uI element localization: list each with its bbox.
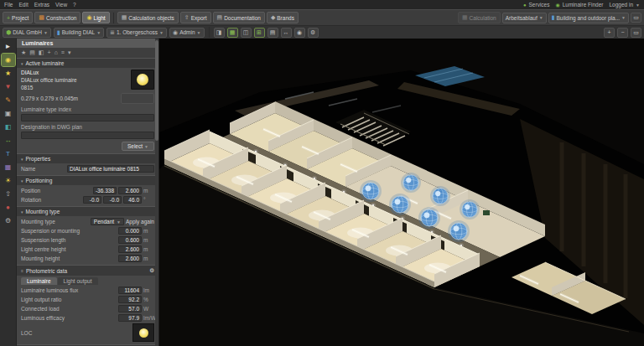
- tab-construction[interactable]: ▩Construction: [34, 12, 80, 23]
- scope-dropdown[interactable]: ▮Building and outdoor pla...▼: [548, 13, 629, 23]
- home-icon[interactable]: ⌂: [55, 49, 58, 56]
- screenshot-icon[interactable]: ▭: [631, 28, 641, 38]
- view-split-icon[interactable]: ◫: [241, 28, 252, 38]
- section-properties[interactable]: ▾Properties: [17, 153, 158, 163]
- view-settings-icon[interactable]: ⚙: [308, 28, 319, 38]
- section-photometric-data[interactable]: ≡Photometric data⚙: [17, 265, 158, 276]
- daylight-tool-icon[interactable]: ☀: [2, 174, 15, 187]
- section-active-luminaire[interactable]: ▾Active luminaire: [17, 58, 158, 68]
- measure-tool-icon[interactable]: ↔: [2, 134, 15, 147]
- rotation-y-input[interactable]: -0.0: [103, 196, 122, 204]
- tab-calculation: ▦Calculation: [458, 12, 501, 23]
- luminaire-finder-link[interactable]: ◉Luminaire Finder: [555, 2, 603, 8]
- favorites-icon[interactable]: ★: [21, 49, 26, 56]
- menu-help[interactable]: ?: [73, 2, 76, 8]
- paint-tool-icon[interactable]: ✎: [2, 94, 15, 106]
- tab-calculation-objects[interactable]: ▦Calculation objects: [117, 12, 179, 23]
- panel-scrollbar[interactable]: [155, 39, 158, 346]
- position-z-input[interactable]: 2.600: [118, 187, 142, 194]
- text-tool-icon[interactable]: T: [2, 147, 15, 160]
- luminaire-tool-icon[interactable]: ◉: [2, 54, 15, 66]
- unit-label: W: [143, 306, 154, 312]
- loc-label: LOC: [21, 330, 129, 336]
- catalog-icon[interactable]: ▤: [29, 49, 35, 56]
- logged-in-menu[interactable]: Logged in▼: [609, 2, 640, 8]
- chevron-down-icon: ▼: [44, 30, 48, 35]
- 3d-viewport[interactable]: [159, 39, 644, 346]
- rotation-z-input[interactable]: 46.0: [123, 196, 142, 204]
- profile-dropdown[interactable]: ◉Admin▼: [169, 28, 205, 38]
- scene-tool-icon[interactable]: ◧: [2, 121, 15, 133]
- tab-documentation[interactable]: ▤Documentation: [213, 12, 265, 23]
- apply-again-button[interactable]: Apply again: [126, 219, 154, 225]
- measure-icon[interactable]: ↔: [281, 28, 292, 38]
- lamp-tool-icon[interactable]: ★: [2, 67, 15, 80]
- grid-icon[interactable]: ⊞: [254, 28, 265, 38]
- field-label: Luminaire luminous flux: [21, 287, 117, 293]
- select-button[interactable]: Select▼: [122, 142, 154, 151]
- scrollbar-thumb[interactable]: [155, 40, 158, 141]
- building-dropdown[interactable]: ▮Building DIAL▼: [54, 28, 104, 38]
- luminaires-panel: Luminaires ★ ▤ ◧ + ⌂ ≡ ▾ ▾Active luminai…: [17, 39, 159, 346]
- marker-tool-icon[interactable]: ●: [2, 201, 15, 214]
- menu-edit[interactable]: Edit: [18, 2, 28, 8]
- zoom-in-icon[interactable]: +: [604, 28, 615, 38]
- tab-project[interactable]: +Project: [3, 12, 33, 23]
- building-rendering: [159, 39, 644, 346]
- furniture-tool-icon[interactable]: ▣: [2, 107, 15, 120]
- dialux-window: File Edit Extras View ? ●Services ◉Lumin…: [0, 0, 644, 346]
- view-plan-icon[interactable]: ▦: [227, 28, 238, 38]
- light-centre-height-input[interactable]: 2.600: [118, 245, 142, 253]
- suspension-length-input[interactable]: 0.600: [118, 236, 142, 244]
- mounting-height-input[interactable]: 2.600: [118, 255, 142, 262]
- site-icon: ⬢: [6, 29, 11, 36]
- more-icon[interactable]: ▾: [68, 49, 71, 56]
- list-icon[interactable]: ≡: [61, 49, 65, 56]
- chevron-down-icon: ▼: [159, 30, 164, 35]
- layers-icon[interactable]: ▤: [267, 28, 278, 38]
- settings-tool-icon[interactable]: ⚙: [2, 214, 15, 227]
- tab-light-output[interactable]: Light output: [58, 277, 98, 285]
- field-label: Light centre height: [21, 246, 117, 252]
- view-3d-icon[interactable]: ◨: [214, 28, 225, 38]
- filter-tool-icon[interactable]: ▼: [2, 80, 15, 93]
- menu-view[interactable]: View: [55, 2, 67, 8]
- zoom-out-icon[interactable]: −: [617, 28, 628, 38]
- site-dropdown[interactable]: ⬢DIAL GmbH▼: [3, 28, 51, 38]
- field-label: Connected load: [21, 306, 117, 312]
- name-input[interactable]: DIALux office luminaire 0815: [67, 165, 154, 173]
- loc-diagram[interactable]: [132, 323, 154, 342]
- luminaire-brand: DIALux: [21, 70, 127, 77]
- tab-luminaire-data[interactable]: Luminaire: [21, 277, 57, 285]
- workflow-dropdown[interactable]: Arbeitsablauf▼: [502, 13, 547, 23]
- tab-light[interactable]: ◉Light: [82, 12, 109, 23]
- history-icon[interactable]: ◧: [39, 49, 44, 56]
- menu-extras[interactable]: Extras: [34, 2, 49, 8]
- add-icon[interactable]: +: [48, 49, 51, 56]
- suspension-mounting-input[interactable]: 0.000: [118, 227, 142, 235]
- tab-brands[interactable]: ◆Brands: [267, 12, 299, 23]
- export-tool-icon[interactable]: ⇧: [2, 188, 15, 200]
- dwg-input[interactable]: [21, 132, 154, 139]
- type-index-input[interactable]: [21, 114, 154, 121]
- construction-icon: ▩: [39, 14, 44, 21]
- section-positioning[interactable]: ▾Positioning: [17, 175, 158, 185]
- camera-icon[interactable]: ◉: [294, 28, 305, 38]
- unit-label: lm: [143, 287, 154, 293]
- position-x-input[interactable]: -36.338: [93, 187, 117, 194]
- menubar: File Edit Extras View ? ●Services ◉Lumin…: [0, 0, 644, 9]
- rotation-x-input[interactable]: -0.0: [83, 196, 101, 204]
- floor-dropdown[interactable]: ≣1. Obergeschoss▼: [106, 28, 167, 38]
- calc-surface-tool-icon[interactable]: ▦: [2, 161, 15, 173]
- section-mounting-type[interactable]: ▾Mounting type: [17, 206, 158, 216]
- wrench-icon[interactable]: ⚙: [149, 267, 154, 274]
- menu-file[interactable]: File: [4, 2, 13, 8]
- tab-export[interactable]: ⇧Export: [180, 12, 211, 23]
- services-link[interactable]: ●Services: [523, 2, 550, 8]
- unit-label: m: [143, 256, 154, 261]
- mounting-type-select[interactable]: Pendant▼: [91, 218, 124, 225]
- luminaire-subtoolbar: ★ ▤ ◧ + ⌂ ≡ ▾: [17, 48, 158, 58]
- select-tool-icon[interactable]: ►: [2, 40, 15, 53]
- display-settings-icon[interactable]: ▭: [631, 13, 641, 23]
- unit-label: m: [143, 246, 154, 252]
